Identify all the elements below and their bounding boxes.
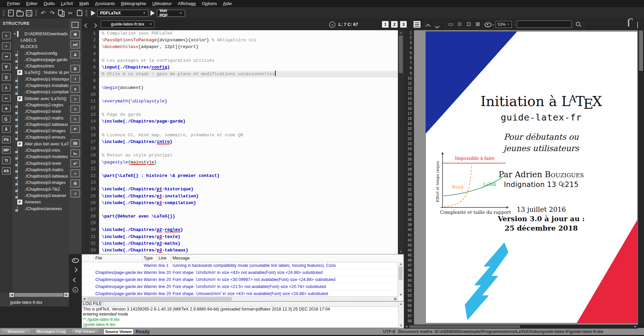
pdf-page-number[interactable]: 46 — [404, 258, 414, 263]
pdf-page-number[interactable]: 52 — [404, 288, 414, 293]
scroll-left-icon[interactable]: ◀ — [82, 297, 87, 301]
pdf-page-number[interactable]: 54 — [404, 298, 414, 303]
pdf-page-number[interactable]: 17 — [404, 111, 414, 116]
structure-tree-item[interactable]: ./Chapitres/page-garde — [12, 56, 69, 63]
pdf-horizontal-scrollbar[interactable]: ◀ ▶ — [404, 325, 638, 329]
structure-tree-item[interactable]: ./Chapitres/p3-intro — [12, 147, 69, 153]
pdf-page-number[interactable]: 30 — [404, 177, 414, 182]
structure-tree-item[interactable]: LABELS — [12, 37, 69, 43]
paste-icon[interactable] — [75, 9, 84, 17]
special-chars-tab[interactable]: ∗ — [2, 105, 11, 112]
pdf-page-number[interactable]: 2 — [404, 35, 414, 40]
pdf-page-number[interactable]: 41 — [404, 233, 414, 238]
scrollbar-thumb[interactable] — [639, 31, 643, 71]
goto-next-icon[interactable] — [435, 23, 439, 29]
menu-fichier[interactable]: Fichier — [4, 0, 23, 7]
bookmark-2-button[interactable]: 2 — [391, 21, 398, 28]
scroll-down-icon[interactable]: ▼ — [398, 293, 404, 296]
message-row[interactable]: Chapitres/page-garde.texWarningline 20Fo… — [82, 283, 404, 290]
message-row[interactable]: Chapitres/page-garde.texWarningline 20Fo… — [82, 269, 404, 276]
pdf-page-number[interactable]: 3 — [404, 40, 414, 45]
dfrac-icon[interactable]: ⊟ — [71, 180, 80, 187]
pdf-page-number[interactable]: 40 — [404, 227, 414, 232]
structure-tree-item[interactable]: PAller plus loin avec \LaTeX{} — [12, 141, 69, 147]
pdf-page-number[interactable]: 19 — [404, 121, 414, 126]
scroll-up-icon[interactable]: ▲ — [399, 302, 404, 305]
pdf-page-number[interactable]: 14 — [404, 96, 414, 101]
sqrt-icon[interactable]: √ — [71, 190, 80, 197]
inline-math-icon[interactable]: $$ — [71, 139, 80, 147]
pdf-page-number[interactable]: 8 — [404, 65, 414, 70]
pdf-page-number[interactable]: 10 — [404, 76, 414, 81]
pdf-page-number[interactable]: 51 — [404, 283, 414, 288]
pdf-page-number[interactable]: 53 — [404, 293, 414, 298]
structure-tree-item[interactable]: ./Chapitres/p1-historique — [12, 76, 69, 82]
newline-icon[interactable]: ↵ — [71, 125, 80, 133]
toolbar-grip[interactable] — [35, 10, 37, 16]
structure-tree-item[interactable]: ./Chapitres/p2-tableaux — [12, 121, 69, 128]
pdf-page-number[interactable]: 57 — [404, 314, 414, 319]
toolbar-grip[interactable] — [85, 10, 88, 16]
pdf-page-number[interactable]: 39 — [404, 222, 414, 227]
pdf-page-number[interactable]: 26 — [404, 157, 414, 162]
emph-icon[interactable]: e — [71, 85, 80, 93]
close-panel-icon[interactable]: × — [73, 287, 78, 293]
structure-tree-item[interactable]: ▼D:\ADRIEN\Downloads — [12, 31, 69, 37]
pdf-page-number[interactable]: 47 — [404, 263, 414, 268]
pdf-page-number[interactable]: 28 — [404, 167, 414, 172]
pdf-page-number[interactable]: 43 — [404, 243, 414, 248]
tikz-tab[interactable]: TI — [2, 157, 11, 164]
superscript-icon[interactable]: x² — [71, 159, 80, 167]
pdf-page-number[interactable]: 23 — [404, 141, 414, 146]
structure-tree-item[interactable]: ./Chapitres/annexes — [12, 205, 69, 212]
itemize-icon[interactable]: ≡ — [71, 95, 80, 103]
pdf-page-number[interactable]: 25 — [404, 152, 414, 157]
frac-icon[interactable]: ÷ — [71, 170, 80, 177]
pdf-page-number[interactable]: 4 — [404, 45, 414, 50]
misc-symbols-tab[interactable]: ∀ — [2, 63, 11, 70]
new-document-icon[interactable]: + — [6, 9, 15, 17]
enumerate-icon[interactable]: ≡ — [71, 105, 80, 113]
scrollbar-thumb[interactable] — [399, 267, 403, 280]
pdf-page-number[interactable]: 12 — [404, 86, 414, 91]
pdf-page-number[interactable]: 32 — [404, 187, 414, 192]
view-command-select[interactable]: Voir PDF ▼ — [157, 10, 185, 17]
statusbar-messages-log-button[interactable]: Messages / Log — [35, 329, 67, 335]
misc-math-tab[interactable]: ∞ — [2, 94, 11, 102]
open-folder-icon[interactable] — [15, 9, 25, 17]
pdf-page-number[interactable]: 34 — [404, 197, 414, 202]
copy-icon[interactable] — [57, 9, 66, 17]
nav-back-icon[interactable] — [85, 22, 88, 29]
compile-command-select[interactable]: PDFLaTeX ▼ — [97, 10, 148, 17]
log-vertical-scrollbar[interactable]: ▲ ▼ — [398, 301, 404, 328]
menu-bibliographie[interactable]: Bibliographie — [118, 0, 149, 7]
bookmark-1-button[interactable]: 1 — [382, 21, 389, 28]
ref-icon[interactable]: ref — [71, 41, 80, 48]
scroll-right-icon[interactable]: ▶ — [64, 293, 69, 297]
messages-vertical-scrollbar[interactable]: ▲ ▼ — [398, 262, 404, 297]
pdf-page-number[interactable]: 38 — [404, 217, 414, 222]
structure-tree-item[interactable]: ./Chapitres/p3-images — [12, 180, 69, 186]
scroll-right-icon[interactable]: ▶ — [635, 325, 637, 328]
pdf-page-number[interactable]: 21 — [404, 131, 414, 136]
pdf-page-number[interactable]: 58 — [404, 319, 414, 324]
pdf-page-number[interactable]: 50 — [404, 278, 414, 283]
brackets-tab[interactable]: (]. — [2, 115, 11, 123]
menu-latex[interactable]: LaTeX — [58, 0, 76, 7]
fontsize-icon[interactable]: A — [71, 51, 80, 58]
scroll-right-icon[interactable]: ▶ — [393, 297, 398, 301]
label-icon[interactable]: ⊞ — [71, 31, 80, 38]
pdf-page-number[interactable]: 44 — [404, 248, 414, 253]
menu-utilisateur[interactable]: Utilisateur — [149, 0, 175, 7]
pdf-page-number[interactable]: 15 — [404, 101, 414, 106]
structure-tree-item[interactable]: PDébuter avec \LaTeX{} — [12, 95, 69, 102]
menu-editer[interactable]: Editer — [23, 0, 41, 7]
arrows-tab[interactable]: ⇒ — [2, 53, 11, 60]
scrollbar-thumb[interactable] — [87, 297, 232, 301]
pdf-page-number[interactable]: 36 — [404, 207, 414, 212]
pstricks-tab[interactable]: PS — [2, 136, 11, 143]
bookmark-3-button[interactable]: 3 — [400, 21, 407, 28]
show-log-eye-icon[interactable] — [72, 258, 79, 263]
greek-tab[interactable]: λ — [2, 84, 11, 91]
accents-tab[interactable]: Å — [2, 126, 11, 133]
